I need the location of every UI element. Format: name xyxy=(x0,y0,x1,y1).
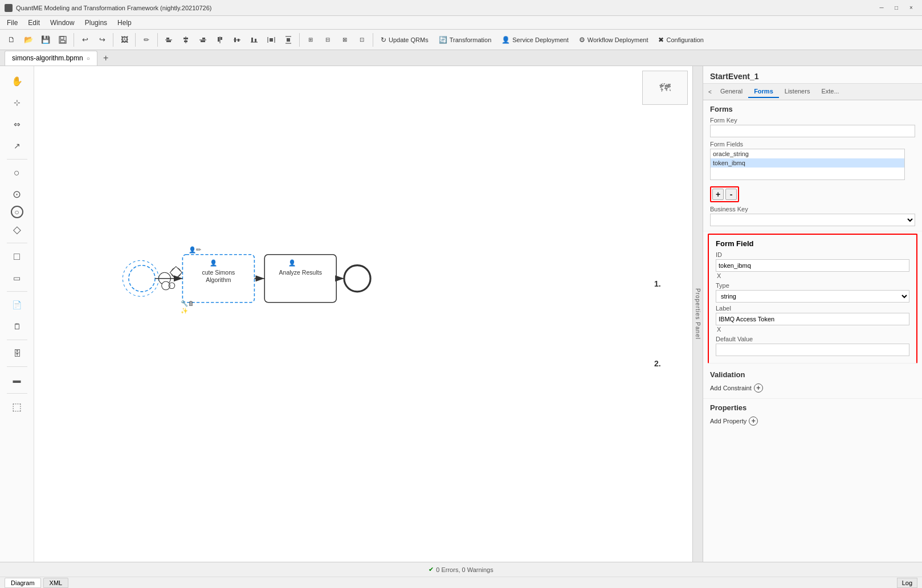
app-title: QuantME Modeling and Transformation Fram… xyxy=(16,5,211,11)
svg-rect-2 xyxy=(60,40,65,43)
configuration-button[interactable]: ✖ Configuration xyxy=(654,32,708,48)
form-key-input[interactable] xyxy=(710,125,915,137)
default-value-input[interactable] xyxy=(716,344,909,356)
properties-panel-toggle[interactable]: Properties Panel xyxy=(692,66,703,562)
remove-form-field-button[interactable]: - xyxy=(725,189,737,200)
gateway-tool[interactable]: ◇ xyxy=(6,219,28,240)
tab-simons-algorithm[interactable]: simons-algorithm.bpmn ○ xyxy=(5,51,97,66)
distribute-v-button[interactable] xyxy=(280,32,296,48)
dist3-button[interactable]: ⊠ xyxy=(337,32,353,48)
dist4-button[interactable]: ⊡ xyxy=(354,32,370,48)
menu-edit[interactable]: Edit xyxy=(23,18,44,28)
align-middle-button[interactable] xyxy=(229,32,245,48)
call-activity-tool[interactable]: 📄 xyxy=(6,295,28,315)
add-constraint-button[interactable]: Add Constraint + xyxy=(710,382,763,394)
context-icon-5[interactable]: ✨ xyxy=(181,307,189,315)
add-form-field-button[interactable]: + xyxy=(712,189,724,200)
align-top-button[interactable] xyxy=(212,32,228,48)
toolbar-sep-6 xyxy=(373,33,373,47)
task2-box[interactable] xyxy=(264,255,336,303)
open-button[interactable]: 📂 xyxy=(21,32,36,48)
bottom-bar: ✔ 0 Errors, 0 Warnings Diagram XML Log xyxy=(0,562,922,588)
tabbar: simons-algorithm.bpmn ○ + xyxy=(0,50,922,66)
business-key-label: Business Key xyxy=(710,206,915,213)
end-event-tool[interactable]: ○ xyxy=(11,206,23,218)
service-deployment-button[interactable]: 👤 Service Deployment xyxy=(497,32,573,48)
minimize-button[interactable]: ─ xyxy=(875,2,888,14)
task-tool[interactable]: □ xyxy=(6,246,28,267)
save-button[interactable]: 💾 xyxy=(38,32,54,48)
diagram-svg[interactable]: 👤 cute Simons Algorithm 👤 ✏ 🔧 🗑 ✨ 👤 Anal… xyxy=(34,66,692,485)
canvas[interactable]: 🗺 👤 cute Simons Algorithm 👤 ✏ xyxy=(34,66,692,562)
menu-file[interactable]: File xyxy=(2,18,22,28)
menu-plugins[interactable]: Plugins xyxy=(80,18,112,28)
update-qrms-button[interactable]: ↻ Update QRMs xyxy=(376,32,433,48)
group-tool[interactable]: ⬚ xyxy=(6,397,28,417)
maximize-button[interactable]: □ xyxy=(890,2,903,14)
undo-button[interactable]: ↩ xyxy=(77,32,93,48)
form-key-label: Form Key xyxy=(710,117,915,124)
tab-listeners[interactable]: Listeners xyxy=(779,85,816,98)
add-constraint-label: Add Constraint xyxy=(710,385,752,391)
form-field-id-input[interactable] xyxy=(716,259,909,272)
log-button[interactable]: Log xyxy=(897,578,917,588)
connect-tool[interactable]: ↗ xyxy=(6,136,28,156)
add-remove-row: + - xyxy=(710,186,739,202)
diagram-tab[interactable]: Diagram xyxy=(5,578,41,588)
tab-general[interactable]: General xyxy=(715,85,748,98)
tab-forms[interactable]: Forms xyxy=(748,85,779,98)
form-field-oracle[interactable]: oracle_string xyxy=(711,149,904,158)
distribute-v2-button[interactable]: ⊟ xyxy=(320,32,336,48)
form-field-label-input[interactable] xyxy=(716,313,909,325)
tool-sep-6 xyxy=(7,393,27,394)
xml-tab[interactable]: XML xyxy=(43,578,69,588)
transformation-button[interactable]: 🔄 Transformation xyxy=(434,32,496,48)
data-object-tool[interactable]: 🗒 xyxy=(6,316,28,337)
start-event-tool[interactable]: ○ xyxy=(6,162,28,183)
pool-tool[interactable]: ▬ xyxy=(6,370,28,390)
context-icon-2[interactable]: ✏ xyxy=(196,246,202,253)
distribute-h-button[interactable] xyxy=(263,32,279,48)
business-key-select[interactable] xyxy=(710,214,915,226)
save-as-button[interactable] xyxy=(55,32,71,48)
type-select[interactable]: string long boolean date enum xyxy=(716,290,909,303)
tool-sep-4 xyxy=(7,340,27,340)
subprocess-tool[interactable]: ▭ xyxy=(6,268,28,288)
align-bottom-button[interactable] xyxy=(246,32,262,48)
check-icon: ✔ xyxy=(429,566,434,573)
distribute-h2-button[interactable]: ⊞ xyxy=(303,32,319,48)
menu-window[interactable]: Window xyxy=(46,18,79,28)
menu-help[interactable]: Help xyxy=(113,18,136,28)
lasso-tool[interactable]: ⊹ xyxy=(6,92,28,113)
properties-title: Properties xyxy=(710,403,915,412)
align-center-button[interactable] xyxy=(178,32,194,48)
hand-tool[interactable]: ✋ xyxy=(6,71,28,91)
workflow-deployment-button[interactable]: ⚙ Workflow Deployment xyxy=(574,32,653,48)
align-left-button[interactable] xyxy=(161,32,177,48)
context-icon-4[interactable]: 🗑 xyxy=(188,300,194,307)
label-clear-button[interactable]: X xyxy=(716,326,722,333)
space-tool[interactable]: ⇔ xyxy=(6,114,28,134)
tab-extensions[interactable]: Exte... xyxy=(815,85,845,98)
redo-button[interactable]: ↪ xyxy=(94,32,110,48)
id-clear-button[interactable]: X xyxy=(716,272,722,279)
form-field-token[interactable]: token_ibmq xyxy=(711,158,904,168)
edit-button[interactable]: ✏ xyxy=(138,32,154,48)
gateway-shape[interactable] xyxy=(170,267,182,279)
form-fields-list[interactable]: oracle_string token_ibmq xyxy=(710,149,905,180)
add-property-button[interactable]: Add Property + xyxy=(710,415,758,427)
image-button[interactable]: 🖼 xyxy=(116,32,132,48)
intermediate-event-tool[interactable]: ⊙ xyxy=(6,184,28,205)
svg-rect-17 xyxy=(238,39,239,42)
task1-label-line1: cute Simons xyxy=(202,269,235,276)
tab-nav-left[interactable]: < xyxy=(705,84,715,100)
align-right-button[interactable] xyxy=(195,32,211,48)
close-button[interactable]: × xyxy=(905,2,917,14)
update-icon: ↻ xyxy=(381,36,386,44)
tab-add-button[interactable]: + xyxy=(100,52,112,64)
tab-close-icon[interactable]: ○ xyxy=(87,55,90,62)
start-event[interactable] xyxy=(129,266,155,292)
new-button[interactable]: 🗋 xyxy=(3,32,19,48)
data-store-tool[interactable]: 🗄 xyxy=(6,343,28,364)
end-event[interactable] xyxy=(344,266,370,292)
